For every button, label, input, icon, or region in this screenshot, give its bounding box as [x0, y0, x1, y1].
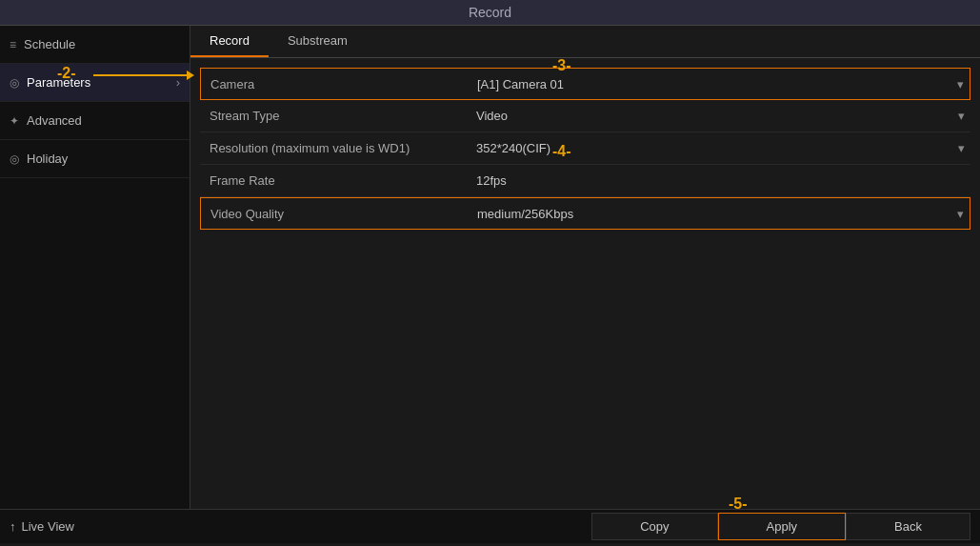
- form-area: Camera [A1] Camera 01 ▾ Stream Type Vide…: [190, 58, 980, 509]
- back-button[interactable]: Back: [846, 513, 970, 540]
- window-title: Record: [469, 5, 511, 20]
- tab-substream-label: Substream: [288, 33, 348, 48]
- tab-record-label: Record: [210, 33, 250, 48]
- sidebar-item-holiday-label: Holiday: [27, 152, 68, 166]
- annotation-arrow-2: [93, 74, 189, 76]
- bottom-bar: ↑ Live View Copy Apply Back: [0, 509, 980, 543]
- main-layout: ≡ Schedule ◎ Parameters › ✦ Advanced ◎ H…: [0, 26, 980, 509]
- annotation-4: -4-: [552, 143, 571, 160]
- parameters-icon: ◎: [10, 76, 19, 90]
- sidebar-item-schedule[interactable]: ≡ Schedule: [0, 26, 190, 64]
- live-view-icon: ↑: [10, 519, 16, 534]
- resolution-value: 352*240(CIF): [467, 133, 951, 163]
- resolution-row: Resolution (maximum value is WD1) 352*24…: [200, 132, 970, 165]
- advanced-icon: ✦: [10, 114, 19, 128]
- sidebar-item-parameters[interactable]: ◎ Parameters ›: [0, 64, 190, 102]
- resolution-dropdown-icon[interactable]: ▾: [951, 141, 970, 155]
- parameters-arrow-icon: ›: [176, 75, 180, 90]
- copy-button[interactable]: Copy: [591, 513, 717, 540]
- sidebar: ≡ Schedule ◎ Parameters › ✦ Advanced ◎ H…: [0, 26, 190, 509]
- live-view-button[interactable]: ↑ Live View: [10, 519, 74, 534]
- camera-dropdown-icon[interactable]: ▾: [950, 77, 970, 91]
- video-quality-value: medium/256Kbps: [468, 199, 950, 229]
- apply-button[interactable]: Apply: [718, 513, 847, 540]
- tabs: Record Substream: [190, 26, 980, 58]
- frame-rate-label: Frame Rate: [200, 166, 467, 195]
- resolution-label: Resolution (maximum value is WD1): [200, 133, 467, 163]
- title-bar: Record: [0, 0, 980, 26]
- tab-record[interactable]: Record: [190, 26, 269, 57]
- frame-rate-row: Frame Rate 12fps: [200, 165, 970, 197]
- video-quality-row: Video Quality medium/256Kbps ▾: [200, 197, 970, 230]
- schedule-icon: ≡: [10, 38, 16, 51]
- sidebar-item-holiday[interactable]: ◎ Holiday: [0, 140, 190, 178]
- camera-value: [A1] Camera 01: [468, 70, 950, 99]
- sidebar-item-schedule-label: Schedule: [24, 37, 75, 51]
- frame-rate-value: 12fps: [467, 166, 951, 195]
- sidebar-item-advanced[interactable]: ✦ Advanced: [0, 102, 190, 140]
- tab-substream[interactable]: Substream: [269, 26, 367, 57]
- stream-type-value: Video: [467, 101, 951, 131]
- live-view-label: Live View: [22, 519, 74, 534]
- stream-type-dropdown-icon[interactable]: ▾: [951, 109, 970, 123]
- annotation-3: -3-: [552, 57, 571, 74]
- video-quality-label: Video Quality: [201, 199, 468, 229]
- holiday-icon: ◎: [10, 152, 19, 166]
- camera-label: Camera: [201, 70, 468, 99]
- stream-type-row: Stream Type Video ▾: [200, 100, 970, 132]
- stream-type-label: Stream Type: [200, 101, 467, 131]
- content-area: Record Substream Camera [A1] Camera 01 ▾…: [190, 26, 980, 509]
- camera-row: Camera [A1] Camera 01 ▾: [200, 68, 970, 100]
- sidebar-item-advanced-label: Advanced: [27, 113, 82, 128]
- bottom-buttons: Copy Apply Back: [591, 513, 970, 540]
- annotation-2: -2-: [57, 65, 76, 82]
- annotation-5: -5-: [729, 495, 748, 513]
- video-quality-dropdown-icon[interactable]: ▾: [950, 207, 970, 221]
